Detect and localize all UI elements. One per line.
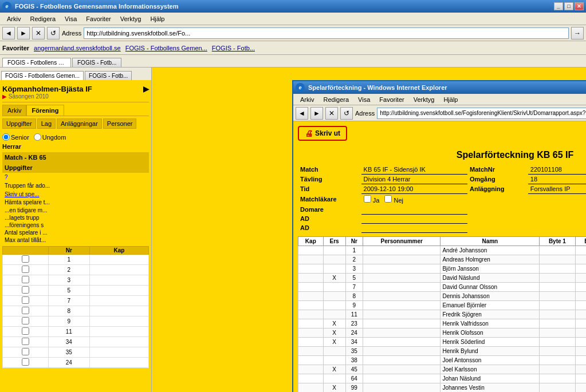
popup-menu-arkiv[interactable]: Arkiv: [296, 95, 318, 104]
anlaggning-label-cell: Anläggning: [467, 184, 528, 194]
subnav-anlaggningar[interactable]: Anläggningar: [57, 118, 102, 129]
table-row: 3Björn Jansson: [298, 264, 587, 273]
subnav-lag[interactable]: Lag: [37, 118, 56, 129]
table-row: 7David Gunnar Olsson: [298, 282, 587, 291]
radio-ungdom[interactable]: [34, 133, 41, 141]
stop-button[interactable]: ✕: [32, 27, 45, 39]
print-button[interactable]: 🖨 Skriv ut: [298, 126, 347, 141]
tidigare-text: ...en tidigare m...: [2, 207, 149, 214]
table-row: 35Henrik Bylund: [298, 346, 587, 355]
go-button[interactable]: →: [571, 27, 584, 39]
antal-text: Antal spelare i ...: [2, 229, 149, 236]
fav-fogis-1[interactable]: FOGIS - Fotbollens Gemen...: [125, 45, 207, 52]
refresh-button[interactable]: ↺: [47, 27, 60, 39]
menu-favoriter[interactable]: Favoriter: [81, 14, 115, 23]
skriv-link-text[interactable]: Skriv ut spe...: [5, 191, 40, 197]
table-row: 1André Johansson: [298, 246, 587, 255]
favorites-label: Favoriter: [2, 45, 29, 52]
close-button[interactable]: ✕: [575, 2, 584, 10]
club-nav-arrow[interactable]: ▶: [143, 85, 149, 93]
anlaggning-value-cell: Forsvallens IP: [528, 184, 586, 194]
matchlakare-ja-label: Ja: [373, 197, 380, 204]
uppgifter-label: Uppgifter: [2, 163, 149, 173]
menu-arkiv[interactable]: Arkiv: [2, 14, 25, 23]
toolbar: ◄ ► ✕ ↺ Adress →: [0, 25, 586, 41]
match-label-cell: Match: [298, 165, 361, 175]
player-checkbox[interactable]: [22, 317, 29, 324]
domare-value-cell: [361, 205, 467, 214]
tab-fogis-1[interactable]: FOGIS - Fotbollens Gemen...: [2, 58, 71, 67]
nav-tab-bar: Arkiv Förening: [2, 105, 149, 116]
col-kap: Kap: [89, 247, 148, 255]
menu-visa[interactable]: Visa: [60, 14, 81, 23]
ie-window-controls: _ □ ✕: [554, 2, 584, 10]
tab-arkiv[interactable]: Arkiv: [2, 105, 26, 116]
matchlakare-nej-checkbox[interactable]: [384, 195, 392, 203]
address-bar[interactable]: [84, 27, 569, 39]
menu-verktyg[interactable]: Verktyg: [116, 14, 146, 23]
player-checkbox[interactable]: [22, 327, 29, 335]
popup-menu-favoriter[interactable]: Favoriter: [375, 95, 408, 104]
ad1-label-cell: AD: [298, 214, 361, 223]
matchlakare-ja-checkbox[interactable]: [364, 195, 371, 203]
left-content: Köpmanholmen-Bjästa IF ▶ ▶ Säsongen 2010…: [0, 80, 151, 392]
tab-forening[interactable]: Förening: [26, 105, 64, 116]
table-row: X45Joel Karlsson: [298, 365, 587, 374]
player-checkbox[interactable]: [22, 266, 29, 273]
subnav-personer[interactable]: Personer: [103, 118, 137, 129]
popup-back-button[interactable]: ◄: [296, 107, 308, 120]
back-button[interactable]: ◄: [2, 27, 15, 39]
list-item: 7: [3, 296, 149, 306]
table-row: 2Andreas Holmgren: [298, 255, 587, 264]
forward-button[interactable]: ►: [17, 27, 30, 39]
player-checkbox[interactable]: [22, 348, 29, 355]
popup-refresh-button[interactable]: ↺: [340, 107, 353, 120]
tavling-value-cell: Division 4 Herrar: [361, 175, 467, 184]
matchlakare-nej-label: Nej: [394, 197, 404, 204]
match-value-cell: KB 65 IF - Sidensjö IK: [361, 165, 467, 175]
club-header: Köpmanholmen-Bjästa IF ▶ ▶ Säsongen 2010: [2, 82, 149, 102]
list-item: 3: [3, 275, 149, 286]
hamta-text: Hämta spelare t...: [5, 199, 50, 205]
address-label: Adress: [62, 30, 81, 37]
popup-menu-redigera[interactable]: Redigera: [318, 95, 353, 104]
omgang-label-cell: Omgång: [467, 175, 528, 184]
player-checkbox[interactable]: [22, 338, 29, 345]
popup-menu-verktyg[interactable]: Verktyg: [409, 95, 439, 104]
popup-menu-hjalp[interactable]: Hjälp: [439, 95, 462, 104]
player-checkbox[interactable]: [22, 358, 29, 366]
skriv-link[interactable]: Skriv ut spe...: [2, 190, 149, 198]
popup-menu-visa[interactable]: Visa: [353, 95, 375, 104]
player-checkbox[interactable]: [22, 296, 29, 304]
gender-herrar: Herrar: [2, 143, 149, 150]
popup-stop-button[interactable]: ✕: [325, 107, 338, 120]
left-tab-fogis-gemen[interactable]: FOGIS - Fotbollens Gemen...: [1, 71, 84, 80]
tab-fogis-2[interactable]: FOGIS - Fotb...: [72, 58, 121, 67]
radio-senior-label[interactable]: Senior: [2, 133, 29, 141]
left-tab-fogis-2[interactable]: FOGIS - Fotb...: [85, 71, 132, 80]
tabs-bar: FOGIS - Fotbollens Gemen... FOGIS - Fotb…: [0, 55, 586, 68]
hamta-section: Hämta spelare t...: [2, 198, 149, 207]
player-checkbox[interactable]: [22, 255, 29, 263]
menu-redigera[interactable]: Redigera: [25, 14, 60, 23]
popup-address-bar[interactable]: [377, 108, 586, 119]
menu-hjalp[interactable]: Hjälp: [145, 14, 169, 23]
fav-angermanland[interactable]: angermanland.svenskfotboll.se: [34, 45, 121, 52]
radio-ungdom-label[interactable]: Ungdom: [34, 133, 66, 141]
player-checkbox[interactable]: [22, 307, 29, 314]
maximize-button[interactable]: □: [564, 2, 573, 10]
report-title: Spelarförteckning KB 65 IF: [298, 145, 586, 165]
right-panel: e Spelarförteckning - Windows Internet E…: [152, 68, 586, 392]
match-header[interactable]: Match - KB 65: [2, 152, 149, 163]
player-checkbox[interactable]: [22, 276, 29, 283]
radio-senior[interactable]: [2, 133, 10, 141]
print-btn-label: Skriv ut: [315, 129, 340, 137]
minimize-button[interactable]: _: [554, 2, 563, 10]
popup-forward-button[interactable]: ►: [310, 107, 323, 120]
fav-fogis-2[interactable]: FOGIS - Fotb...: [212, 45, 255, 52]
subnav-uppgifter[interactable]: Uppgifter: [2, 118, 36, 129]
player-checkbox[interactable]: [22, 286, 29, 294]
tid-label-cell: Tid: [298, 184, 361, 194]
table-row: 9Emanuel BjörnlerL, 88: [298, 300, 587, 310]
list-item: 11: [3, 327, 149, 337]
